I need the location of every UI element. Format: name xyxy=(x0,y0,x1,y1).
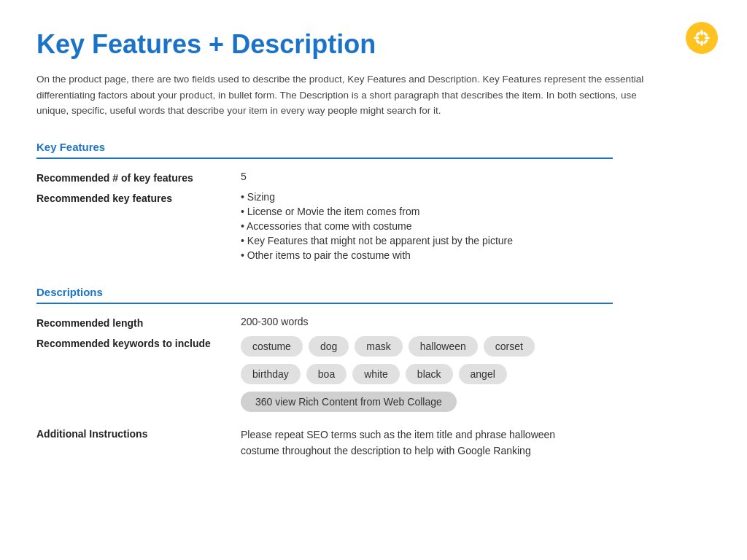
svg-point-6 xyxy=(703,31,708,37)
descriptions-header: Descriptions xyxy=(36,286,613,304)
keyword-360-view: 360 view Rich Content from Web Collage xyxy=(241,392,457,412)
keyword-halloween: halloween xyxy=(409,336,478,357)
recommended-length-value: 200-300 words xyxy=(241,316,711,327)
recommended-length-label: Recommended length xyxy=(36,316,241,329)
keyword-white: white xyxy=(352,364,400,384)
keyword-boa: boa xyxy=(306,364,347,384)
feature-item-5: Other items to pair the costume with xyxy=(241,249,711,261)
svg-point-7 xyxy=(695,39,701,44)
svg-point-1 xyxy=(700,41,703,46)
recommended-count-value: 5 xyxy=(241,171,711,182)
keyword-mask: mask xyxy=(355,336,402,357)
recommended-features-row: Recommended key features Sizing License … xyxy=(36,191,711,264)
feature-item-3: Accessories that come with costume xyxy=(241,220,711,232)
keyword-birthday: birthday xyxy=(241,364,301,384)
recommended-keywords-label: Recommended keywords to include xyxy=(36,336,241,349)
keyword-costume: costume xyxy=(241,336,303,357)
keyword-angel: angel xyxy=(459,364,507,384)
svg-point-3 xyxy=(705,36,710,39)
keyword-corset: corset xyxy=(484,336,535,357)
recommended-count-label: Recommended # of key features xyxy=(36,171,241,184)
features-list: Sizing License or Movie the item comes f… xyxy=(241,191,711,261)
recommended-features-label: Recommended key features xyxy=(36,191,241,204)
feature-item-2: License or Movie the item comes from xyxy=(241,206,711,217)
key-features-section: Key Features Recommended # of key featur… xyxy=(36,141,711,264)
svg-point-5 xyxy=(703,39,708,44)
recommended-length-row: Recommended length 200-300 words xyxy=(36,316,711,329)
intro-text: On the product page, there are two field… xyxy=(36,71,671,119)
feature-item-1: Sizing xyxy=(241,191,711,203)
walmart-spark-icon xyxy=(692,28,711,47)
keywords-container: costume dog mask halloween corset birthd… xyxy=(241,336,711,419)
key-features-header: Key Features xyxy=(36,141,613,159)
feature-item-4: Key Features that might not be apparent … xyxy=(241,235,711,246)
keyword-black: black xyxy=(406,364,453,384)
page-title: Key Features + Description xyxy=(36,29,711,60)
descriptions-section: Descriptions Recommended length 200-300 … xyxy=(36,286,711,459)
svg-point-4 xyxy=(695,31,701,37)
additional-instructions-value: Please repeat SEO terms such as the item… xyxy=(241,427,591,459)
additional-instructions-label: Additional Instructions xyxy=(36,427,241,440)
walmart-logo xyxy=(686,22,718,54)
recommended-features-value: Sizing License or Movie the item comes f… xyxy=(241,191,711,264)
recommended-count-row: Recommended # of key features 5 xyxy=(36,171,711,184)
additional-instructions-row: Additional Instructions Please repeat SE… xyxy=(36,427,711,459)
keyword-dog: dog xyxy=(309,336,349,357)
svg-point-2 xyxy=(694,36,699,39)
keywords-row-2: birthday boa white black angel xyxy=(241,364,711,384)
keywords-row-1: costume dog mask halloween corset xyxy=(241,336,711,357)
keywords-row-3: 360 view Rich Content from Web Collage xyxy=(241,392,711,412)
recommended-keywords-row: Recommended keywords to include costume … xyxy=(36,336,711,419)
svg-point-0 xyxy=(700,30,703,35)
